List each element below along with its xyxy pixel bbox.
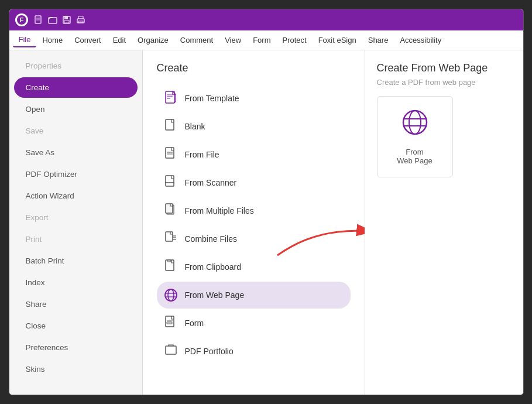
web-page-preview-icon bbox=[401, 108, 429, 142]
web-page-preview-card[interactable]: FromWeb Page bbox=[377, 96, 453, 177]
create-from-web-page[interactable]: From Web Page bbox=[157, 282, 351, 309]
svg-rect-7 bbox=[64, 16, 68, 19]
title-bar: F bbox=[9, 9, 523, 30]
menu-form[interactable]: Form bbox=[247, 33, 276, 47]
sidebar-item-open[interactable]: Open bbox=[14, 99, 138, 119]
svg-rect-22 bbox=[166, 204, 173, 213]
svg-rect-8 bbox=[64, 20, 69, 23]
svg-rect-10 bbox=[78, 21, 83, 23]
create-form[interactable]: Form bbox=[157, 310, 351, 337]
sidebar-item-pdf-optimizer[interactable]: PDF Optimizer bbox=[14, 164, 138, 184]
svg-text:F: F bbox=[19, 16, 23, 23]
from-file-label: From File bbox=[185, 150, 219, 159]
svg-rect-19 bbox=[166, 176, 174, 186]
from-clipboard-icon bbox=[164, 259, 178, 275]
sidebar-item-share[interactable]: Share bbox=[14, 294, 138, 314]
menu-file[interactable]: File bbox=[13, 33, 37, 47]
sidebar-item-close[interactable]: Close bbox=[14, 316, 138, 336]
create-from-scanner[interactable]: From Scanner bbox=[157, 169, 351, 196]
from-scanner-icon bbox=[164, 174, 178, 191]
blank-icon bbox=[164, 118, 178, 135]
combine-files-label: Combine Files bbox=[185, 234, 237, 244]
menu-share[interactable]: Share bbox=[362, 33, 394, 47]
svg-rect-28 bbox=[167, 260, 171, 262]
svg-rect-23 bbox=[166, 232, 173, 241]
right-panel-title: Create From Web Page bbox=[377, 62, 512, 74]
menu-accessibility[interactable]: Accessibility bbox=[394, 33, 447, 47]
sidebar-item-properties: Properties bbox=[14, 56, 138, 76]
combine-files-icon bbox=[164, 231, 178, 247]
from-template-icon bbox=[164, 90, 178, 107]
main-content: Properties Create Open Save Save As PDF … bbox=[9, 50, 523, 395]
web-page-preview-label: FromWeb Page bbox=[397, 148, 432, 165]
create-panel-title: Create bbox=[157, 62, 351, 74]
application-window: F File Home Convert Edit Organize Commen… bbox=[9, 9, 524, 395]
svg-rect-35 bbox=[167, 322, 172, 324]
menu-foxit-esign[interactable]: Foxit eSign bbox=[313, 33, 362, 47]
from-clipboard-label: From Clipboard bbox=[185, 262, 241, 272]
svg-rect-16 bbox=[166, 148, 174, 158]
menu-edit[interactable]: Edit bbox=[107, 33, 132, 47]
from-web-page-icon bbox=[164, 287, 178, 303]
create-from-clipboard[interactable]: From Clipboard bbox=[157, 254, 351, 280]
sidebar-item-export: Export bbox=[14, 207, 138, 228]
create-from-multiple-files[interactable]: From Multiple Files bbox=[157, 197, 351, 224]
svg-rect-36 bbox=[166, 346, 176, 354]
sidebar: Properties Create Open Save Save As PDF … bbox=[9, 50, 143, 395]
open-icon[interactable] bbox=[48, 15, 57, 25]
sidebar-item-index[interactable]: Index bbox=[14, 272, 138, 293]
sidebar-item-batch-print[interactable]: Batch Print bbox=[14, 251, 138, 271]
pdf-portfolio-icon bbox=[164, 343, 178, 360]
sidebar-item-save: Save bbox=[14, 121, 138, 141]
svg-point-30 bbox=[168, 289, 174, 301]
menu-view[interactable]: View bbox=[219, 33, 247, 47]
create-from-template[interactable]: From Template bbox=[157, 85, 351, 112]
pdf-portfolio-label: PDF Portfolio bbox=[185, 347, 234, 356]
from-web-page-label: From Web Page bbox=[185, 290, 245, 300]
sidebar-item-print: Print bbox=[14, 229, 138, 249]
menu-convert[interactable]: Convert bbox=[68, 33, 107, 47]
app-logo: F bbox=[15, 13, 28, 26]
sidebar-item-action-wizard[interactable]: Action Wizard bbox=[14, 186, 138, 206]
print-icon[interactable] bbox=[76, 15, 85, 25]
sidebar-item-preferences[interactable]: Preferences bbox=[14, 337, 138, 358]
create-panel: Create From Template bbox=[143, 50, 365, 395]
from-multiple-files-label: From Multiple Files bbox=[185, 206, 254, 215]
toolbar-icons bbox=[34, 15, 85, 25]
from-scanner-label: From Scanner bbox=[185, 178, 237, 187]
form-icon bbox=[164, 315, 178, 331]
right-panel: Create From Web Page Create a PDF from w… bbox=[365, 50, 523, 395]
menu-protect[interactable]: Protect bbox=[276, 33, 312, 47]
from-template-label: From Template bbox=[185, 94, 239, 103]
new-icon[interactable] bbox=[34, 15, 43, 25]
svg-rect-33 bbox=[166, 316, 174, 327]
save-icon[interactable] bbox=[62, 15, 71, 25]
svg-point-29 bbox=[165, 289, 177, 301]
menu-bar: File Home Convert Edit Organize Comment … bbox=[9, 30, 523, 50]
sidebar-item-save-as[interactable]: Save As bbox=[14, 142, 138, 163]
create-blank[interactable]: Blank bbox=[157, 113, 351, 140]
sidebar-item-skins[interactable]: Skins bbox=[14, 359, 138, 379]
menu-home[interactable]: Home bbox=[36, 33, 68, 47]
right-panel-subtitle: Create a PDF from web page bbox=[377, 78, 512, 87]
svg-point-39 bbox=[409, 111, 421, 134]
svg-rect-15 bbox=[166, 119, 174, 130]
menu-organize[interactable]: Organize bbox=[132, 33, 174, 47]
form-label: Form bbox=[185, 319, 204, 328]
svg-rect-11 bbox=[166, 91, 174, 103]
sidebar-item-create[interactable]: Create bbox=[14, 77, 138, 98]
svg-point-38 bbox=[403, 111, 427, 134]
menu-comment[interactable]: Comment bbox=[174, 33, 219, 47]
create-combine-files[interactable]: Combine Files bbox=[157, 225, 351, 252]
from-file-icon bbox=[164, 146, 178, 163]
create-from-file[interactable]: From File bbox=[157, 141, 351, 168]
create-pdf-portfolio[interactable]: PDF Portfolio bbox=[157, 338, 351, 365]
from-multiple-files-icon bbox=[164, 203, 178, 219]
blank-label: Blank bbox=[185, 122, 205, 131]
